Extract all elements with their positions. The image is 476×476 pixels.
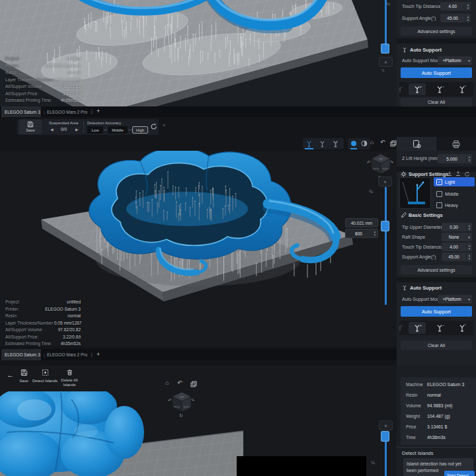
support-middle-view-icon[interactable] — [318, 139, 327, 148]
nav-cube-bottom[interactable]: ↶ ↷ ↻ TOP FRONT RIGHT — [167, 389, 197, 418]
auto-support-mode-dropdown[interactable]: +Platform ▾ — [438, 56, 472, 65]
stepper[interactable]: ▴▾ — [465, 2, 471, 11]
checkbox-checked-icon[interactable]: ✓ — [436, 179, 442, 185]
delete-support-button[interactable]: − — [431, 83, 448, 95]
info-value: 0.05 mm/1267 — [54, 320, 82, 326]
tab-elegoo-mars-2-pro[interactable]: ELEGOO Mars 2 Pro⋮ — [44, 106, 89, 117]
layer-slider-track-bottom[interactable] — [385, 442, 387, 476]
info-label: Resin: — [5, 69, 17, 75]
checkbox-icon[interactable] — [436, 191, 442, 197]
add-tab-button[interactable]: + — [97, 108, 100, 114]
stepper[interactable]: ▴▾ — [466, 253, 472, 261]
tip-diameter-input[interactable]: 0.30 ▴▾ — [442, 223, 472, 231]
rotate-left-icon[interactable]: ↶ — [168, 398, 172, 403]
accuracy-dash — [104, 130, 107, 130]
panel-tab-support[interactable] — [397, 137, 436, 151]
next-area-button[interactable]: ▶ — [75, 127, 79, 132]
stepper-down-icon[interactable]: ▾ — [374, 233, 376, 237]
panel-tab-slice[interactable] — [436, 137, 476, 151]
tab-elegoo-mars-2-pro[interactable]: ELEGOO Mars 2 Pro⋮ — [44, 349, 89, 360]
slider-collapse-button-top[interactable]: ∧ — [379, 57, 393, 67]
auto-support-run-button[interactable]: Auto Support — [401, 67, 472, 78]
support-heavy-view-icon[interactable] — [331, 139, 340, 148]
checkbox-icon[interactable] — [436, 202, 442, 208]
gear-icon — [401, 171, 407, 177]
auto-support-run-button[interactable]: Auto Support — [401, 306, 472, 317]
slider-collapse-button-bottom[interactable]: ∨ — [379, 420, 393, 430]
support-density-heavy[interactable]: Heavy — [434, 200, 475, 210]
layers-icon[interactable] — [190, 381, 197, 387]
advanced-settings-button[interactable]: Advanced settings — [401, 26, 472, 36]
add-tab-button[interactable]: + — [97, 351, 100, 358]
svg-text:°: ° — [465, 85, 466, 89]
layer-slider-track-top[interactable] — [385, 0, 387, 46]
support-angle-input[interactable]: 45.00 ▴▾ — [440, 14, 471, 22]
tab-elegoo-saturn-3[interactable]: ELEGOO Saturn 3⋮ — [1, 349, 41, 360]
stepper-down-icon[interactable]: ▾ — [469, 227, 470, 231]
layer-slider-track-main[interactable] — [385, 187, 387, 305]
toolbar-more-icon[interactable]: ≡ — [163, 123, 165, 128]
undo-icon[interactable]: ↶ — [380, 139, 385, 145]
stepper[interactable]: ▴▾ — [372, 229, 377, 237]
rotate-left-icon[interactable]: ↶ — [367, 160, 371, 165]
model-shell[interactable] — [89, 151, 292, 259]
auto-support-mode-dropdown[interactable]: +Platform ▾ — [438, 295, 472, 303]
clear-all-button[interactable]: Clear All — [401, 340, 472, 350]
edit-support-button[interactable]: ° — [454, 83, 471, 95]
detect-islands-button[interactable]: Detect Islands — [32, 368, 58, 389]
edit-support-button[interactable]: ° — [454, 322, 471, 334]
advanced-settings-button[interactable]: Advanced settings — [401, 265, 472, 274]
slider-collapse-button-main[interactable]: ∧ — [378, 177, 392, 186]
add-support-button[interactable]: + — [409, 83, 426, 95]
support-density-light[interactable]: ✓ Light — [434, 177, 475, 186]
z-lift-input[interactable]: 5.000 ▴▾ — [438, 154, 472, 163]
refresh-icon[interactable] — [150, 123, 157, 130]
save-button[interactable]: Save — [16, 368, 32, 389]
reset-profile-icon[interactable] — [464, 171, 470, 177]
stepper[interactable]: ▴▾ — [466, 154, 472, 163]
undo-icon[interactable]: ↶ — [177, 379, 182, 386]
stepper[interactable]: ▴▾ — [466, 243, 472, 251]
accuracy-low-button[interactable]: Low — [87, 126, 103, 134]
viewport-3d-bottom[interactable] — [0, 391, 397, 476]
info-label: Layer Thickness/Number: — [5, 320, 54, 326]
home-view-icon[interactable]: ⌂ — [165, 379, 169, 386]
support-angle-input[interactable]: 45.00 ▴▾ — [442, 253, 472, 261]
tab-elegoo-saturn-3[interactable]: ELEGOO Saturn 3⋮ — [1, 106, 41, 117]
layers-icon[interactable] — [390, 140, 397, 147]
stepper-down-icon[interactable]: ▾ — [467, 19, 469, 22]
raft-shape-dropdown[interactable]: None ▾ — [442, 233, 472, 241]
model-transparent-icon[interactable] — [361, 140, 368, 147]
support-angle-label: Support Angle(°) — [402, 255, 436, 259]
home-view-icon[interactable]: ⌂ — [370, 139, 374, 145]
prev-area-button[interactable]: ◀ — [50, 127, 54, 132]
delete-support-button[interactable]: − — [431, 322, 448, 334]
layer-slider-handle-bottom[interactable] — [381, 431, 389, 442]
start-detect-button[interactable]: Start Detect... — [444, 471, 475, 476]
export-profile-icon[interactable] — [456, 171, 461, 177]
support-light-view-icon[interactable] — [305, 139, 313, 148]
accuracy-high-button[interactable]: High — [132, 126, 148, 134]
rotate-down-icon[interactable]: ↻ — [179, 413, 183, 418]
stepper[interactable]: ▴▾ — [465, 14, 471, 22]
layer-number-input[interactable]: 800 ▴▾ — [345, 229, 378, 238]
stepper-down-icon[interactable]: ▾ — [469, 247, 470, 251]
stepper-down-icon[interactable]: ▾ — [469, 159, 470, 162]
add-support-button[interactable]: + — [409, 322, 426, 334]
layer-slider-handle-main[interactable] — [381, 221, 389, 231]
nav-cube-main[interactable]: ↶ ↷ ↻ TOP FRONT RIGHT — [366, 151, 396, 180]
import-profile-icon[interactable] — [447, 171, 452, 177]
stepper-down-icon[interactable]: ▾ — [469, 257, 470, 260]
delete-all-islands-button[interactable]: Delete All Islands — [58, 368, 81, 390]
model-solid-icon[interactable] — [350, 140, 357, 147]
back-icon[interactable]: ← — [7, 371, 14, 379]
layer-slider-handle-top[interactable] — [381, 44, 389, 54]
accuracy-middle-button[interactable]: Middle — [108, 126, 128, 134]
stepper-down-icon[interactable]: ▾ — [467, 7, 469, 10]
touch-tip-input[interactable]: 4.00 ▴▾ — [442, 243, 472, 251]
stepper[interactable]: ▴▾ — [466, 223, 472, 231]
touch-tip-input[interactable]: 4.00 ▴▾ — [440, 2, 471, 11]
save-button[interactable]: Save — [19, 120, 42, 134]
clear-all-button[interactable]: Clear All — [401, 98, 472, 106]
support-density-middle[interactable]: Middle — [434, 189, 475, 198]
